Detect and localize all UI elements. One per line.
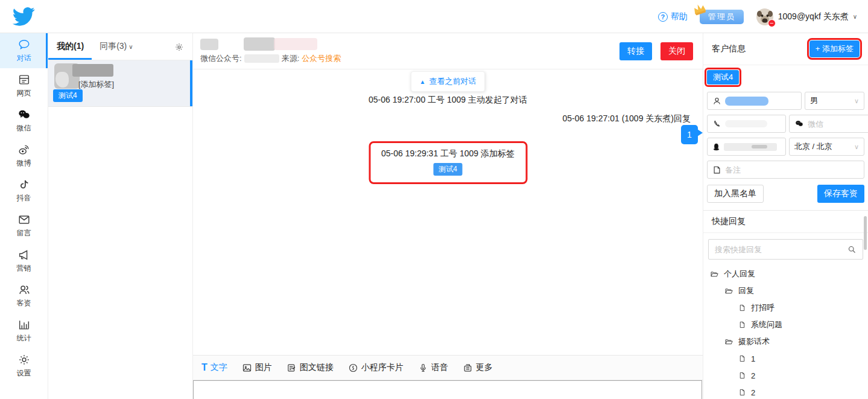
tool-miniprogram-card[interactable]: 小程序卡片: [348, 362, 404, 373]
blacklist-button[interactable]: 加入黑名单: [707, 185, 764, 203]
username: 1009@yqkf 关东煮: [778, 11, 849, 22]
image-icon: [242, 363, 252, 373]
annotation-highlight-box: 测试4: [705, 68, 741, 87]
annotation-highlight-box: 05-06 19:29:31 工号 1009 添加标签 测试4: [369, 141, 527, 184]
quick-reply-folder[interactable]: 个人回复: [703, 266, 868, 282]
tool-image[interactable]: 图片: [242, 362, 272, 373]
conversation-list-panel: 我的(1) 同事(3)∨ [添加标签] 测试4: [48, 33, 193, 399]
chevron-down-icon: ∨: [853, 13, 857, 20]
conversation-tag: 测试4: [53, 89, 83, 102]
sidebar-item-douyin[interactable]: 抖音: [0, 173, 48, 208]
quick-reply-item[interactable]: 1: [703, 350, 868, 367]
wechat-input[interactable]: [808, 120, 868, 129]
help-label: 帮助: [671, 11, 688, 22]
phone-field[interactable]: [707, 115, 786, 133]
message-input[interactable]: [193, 380, 702, 399]
more-icon: [463, 363, 473, 373]
contact-name-redacted: [244, 37, 275, 51]
transfer-button[interactable]: 转接: [619, 42, 652, 60]
crown-icon: [689, 0, 709, 18]
app-logo-bird-icon[interactable]: [11, 4, 36, 28]
active-tab-indicator: [48, 58, 92, 60]
tool-voice[interactable]: 语音: [418, 362, 448, 373]
list-settings-gear-icon[interactable]: [174, 42, 184, 52]
tool-text[interactable]: T 文字: [201, 362, 227, 373]
region-select[interactable]: 北京 / 北京 ∨: [789, 138, 864, 156]
question-icon: ?: [658, 12, 668, 22]
sidebar-item-message[interactable]: 留言: [0, 208, 48, 243]
microphone-icon: [418, 363, 428, 373]
quick-reply-item[interactable]: 打招呼: [703, 299, 868, 316]
folder-open-icon: [724, 287, 733, 295]
file-icon: [738, 321, 746, 329]
tab-mine[interactable]: 我的(1): [57, 41, 84, 52]
file-icon: [738, 304, 746, 312]
customer-tag[interactable]: 测试4: [707, 70, 739, 85]
gender-select[interactable]: 男 ∨: [805, 92, 864, 110]
sidebar-item-statistics[interactable]: 统计: [0, 313, 48, 348]
quick-reply-title: 快捷回复: [703, 211, 868, 233]
chevron-down-icon: ∨: [854, 97, 859, 105]
miniprogram-icon: [348, 363, 358, 373]
tab-colleagues[interactable]: 同事(3)∨: [100, 41, 133, 52]
reply-meta: 05-06 19:27:01 (1009 关东煮)回复: [563, 113, 691, 124]
file-icon: [738, 371, 746, 380]
contact-name-redacted: [72, 64, 113, 77]
search-icon: [847, 245, 857, 254]
quick-reply-search[interactable]: [708, 239, 863, 260]
view-previous-button[interactable]: ▲ 查看之前对话: [411, 71, 486, 92]
quick-reply-folder[interactable]: 回复: [703, 282, 868, 299]
status-busy-icon: −: [768, 19, 776, 27]
quick-reply-search-input[interactable]: [715, 245, 843, 254]
channel-value-redacted: [244, 54, 279, 63]
qq-value-redacted: [724, 143, 777, 151]
text-icon: T: [201, 362, 207, 373]
phone-icon: [712, 120, 721, 129]
quick-reply-folder[interactable]: 摄影话术: [703, 333, 868, 350]
help-link[interactable]: ? 帮助: [658, 11, 688, 22]
note-input[interactable]: [725, 165, 859, 174]
scrollbar-thumb[interactable]: [864, 216, 867, 250]
customer-info-panel: 客户信息 + 添加标签 测试4 男 ∨: [703, 33, 868, 399]
compose-toolbar: T 文字 图片 图文链接 小程序卡片 语音 更多: [193, 355, 703, 380]
sidebar-item-wechat[interactable]: 微信: [0, 103, 48, 138]
quick-reply-item[interactable]: 2: [703, 384, 868, 399]
chevron-down-icon: ∨: [854, 143, 859, 151]
tool-more[interactable]: 更多: [463, 362, 493, 373]
tag-event-tag: 测试4: [433, 163, 463, 176]
quick-reply-item[interactable]: 2: [703, 367, 868, 384]
channel-label: 微信公众号:: [200, 53, 242, 64]
chat-header: 微信公众号: 来源: 公众号搜索 转接 关闭: [193, 33, 703, 69]
name-field[interactable]: [707, 92, 802, 110]
tool-link-card[interactable]: 图文链接: [287, 362, 334, 373]
save-customer-button[interactable]: 保存客资: [817, 185, 864, 203]
contact-avatar-redacted: [200, 39, 218, 50]
note-field[interactable]: [707, 161, 864, 179]
conversation-list-item[interactable]: [添加标签] 测试4: [48, 60, 192, 107]
annotation-highlight-box: + 添加标签: [807, 38, 862, 60]
user-menu[interactable]: − 1009@yqkf 关东煮 ∨: [756, 8, 857, 26]
folder-open-icon: [709, 270, 719, 278]
person-icon: [712, 97, 721, 106]
triangle-up-icon: ▲: [420, 78, 426, 85]
qq-icon: [712, 142, 720, 152]
close-chat-button[interactable]: 关闭: [661, 42, 693, 60]
quick-reply-section: 快捷回复 个人回复 回复 打招呼: [703, 210, 868, 399]
add-tag-button[interactable]: + 添加标签: [809, 40, 860, 57]
phone-value-redacted: [725, 120, 767, 127]
wechat-field[interactable]: [789, 115, 868, 133]
sidebar-item-chat[interactable]: 对话: [0, 33, 48, 68]
qq-field[interactable]: [707, 138, 786, 156]
sidebar-item-marketing[interactable]: 营销: [0, 243, 48, 278]
chevron-down-icon: ∨: [128, 43, 133, 50]
sidebar-item-web[interactable]: 网页: [0, 68, 48, 103]
system-message: 05-06 19:27:00 工号 1009 主动发起了对话: [193, 95, 703, 106]
customer-info-title: 客户信息: [712, 43, 746, 54]
message-area: ▲ 查看之前对话 05-06 19:27:00 工号 1009 主动发起了对话 …: [193, 69, 703, 355]
quick-reply-item[interactable]: 系统问题: [703, 316, 868, 333]
quick-reply-tree: 个人回复 回复 打招呼 系统问题 摄影话术: [703, 263, 868, 399]
name-value-redacted: [725, 97, 768, 106]
sidebar-item-weibo[interactable]: 微博: [0, 138, 48, 173]
sidebar-item-settings[interactable]: 设置: [0, 348, 48, 383]
sidebar-item-customers[interactable]: 客资: [0, 278, 48, 313]
